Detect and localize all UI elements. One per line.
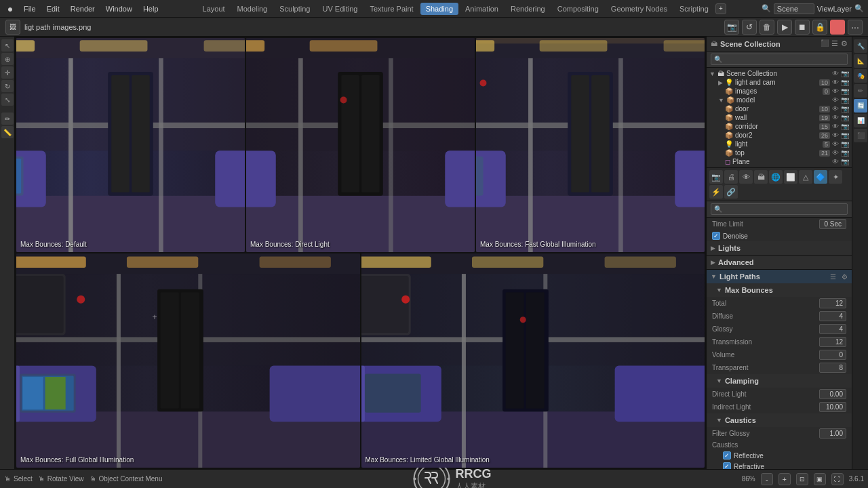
menu-render[interactable]: Render bbox=[66, 3, 100, 14]
color-btn[interactable] bbox=[830, 20, 845, 35]
clamping-header[interactable]: ▼ Clamping bbox=[707, 374, 852, 388]
fullscreen-btn[interactable]: ⛶ bbox=[831, 473, 844, 485]
tree-item-light[interactable]: 💡 light 5 👁 📷 bbox=[707, 140, 852, 148]
sort-icon[interactable]: ☰ bbox=[831, 39, 838, 48]
zoom-out-btn[interactable]: - bbox=[761, 473, 773, 485]
glossy-value[interactable]: 4 bbox=[819, 324, 846, 334]
tab-animation[interactable]: Animation bbox=[460, 3, 504, 15]
tab-compositing[interactable]: Compositing bbox=[552, 3, 604, 15]
tree-item-plane[interactable]: ◻ Plane 👁 📷 bbox=[707, 157, 852, 166]
scene-selector[interactable] bbox=[774, 3, 814, 14]
rotate-tool-btn[interactable]: ↻ bbox=[1, 80, 14, 92]
prop-material-icon[interactable]: 🔷 bbox=[814, 170, 827, 184]
tree-item-wall[interactable]: 📦 wall 19 👁 📷 bbox=[707, 113, 852, 122]
door2-render[interactable]: 📷 bbox=[841, 131, 849, 139]
light-paths-list-icon[interactable]: ☰ bbox=[830, 273, 836, 281]
filter-glossy-value[interactable]: 1.00 bbox=[819, 428, 846, 439]
camera-icon-btn[interactable]: 📷 bbox=[724, 20, 739, 35]
filter-icon[interactable]: ⬛ bbox=[821, 39, 829, 48]
tab-texture-paint[interactable]: Texture Paint bbox=[364, 3, 418, 15]
cursor-tool-btn[interactable]: ⊕ bbox=[1, 53, 14, 65]
tab-shading[interactable]: Shading bbox=[420, 3, 458, 15]
top-eye[interactable]: 👁 bbox=[832, 149, 839, 157]
time-limit-value[interactable]: 0 Sec bbox=[819, 219, 846, 229]
select-tool-btn[interactable]: ↖ bbox=[1, 39, 14, 52]
door-eye[interactable]: 👁 bbox=[832, 105, 839, 113]
tree-item-door[interactable]: 📦 door 10 👁 📷 bbox=[707, 104, 852, 113]
delete-btn[interactable]: 🗑 bbox=[760, 20, 774, 35]
play-btn[interactable]: ▶ bbox=[777, 20, 792, 35]
tree-item-model[interactable]: ▼ 📦 model 👁 📷 bbox=[707, 96, 852, 104]
stop-btn[interactable]: ⏹ bbox=[795, 20, 810, 35]
tool-tab-5[interactable]: 🔄 bbox=[854, 99, 867, 113]
prop-mesh-icon[interactable]: △ bbox=[799, 170, 812, 184]
door2-eye[interactable]: 👁 bbox=[832, 131, 839, 139]
outliner-search-input[interactable] bbox=[711, 54, 848, 65]
top-render[interactable]: 📷 bbox=[841, 149, 849, 157]
images-render[interactable]: 📷 bbox=[841, 87, 849, 95]
plane-eye[interactable]: 👁 bbox=[832, 158, 839, 165]
tree-item-top[interactable]: 📦 top 21 👁 📷 bbox=[707, 148, 852, 157]
advanced-section-header[interactable]: ▶ Advanced bbox=[707, 256, 852, 269]
denoise-checkbox[interactable]: ✓ bbox=[712, 232, 720, 240]
move-tool-btn[interactable]: ✛ bbox=[1, 66, 14, 79]
tool-tab-4[interactable]: ✏ bbox=[854, 84, 867, 98]
prop-object-icon[interactable]: ⬜ bbox=[784, 170, 797, 184]
volume-value[interactable]: 0 bbox=[819, 350, 846, 360]
tool-tab-7[interactable]: ⬛ bbox=[854, 129, 867, 142]
corridor-eye[interactable]: 👁 bbox=[832, 123, 839, 130]
light-render[interactable]: 📷 bbox=[841, 140, 849, 148]
tab-scripting[interactable]: Scripting bbox=[674, 3, 714, 15]
prop-output-icon[interactable]: 🖨 bbox=[724, 170, 738, 184]
more-btn[interactable]: ··· bbox=[848, 20, 863, 35]
scene-collection-render[interactable]: 📷 bbox=[841, 70, 849, 77]
tree-item-light-cam[interactable]: ▶ 💡 light and cam 10 👁 📷 bbox=[707, 78, 852, 87]
aspect-btn[interactable]: ▣ bbox=[814, 473, 826, 485]
lights-section-header[interactable]: ▶ Lights bbox=[707, 241, 852, 255]
diffuse-value[interactable]: 4 bbox=[819, 311, 846, 321]
plane-render[interactable]: 📷 bbox=[841, 158, 849, 165]
transmission-value[interactable]: 12 bbox=[819, 337, 846, 347]
menu-help[interactable]: Help bbox=[138, 3, 163, 14]
prop-scene-icon[interactable]: 🏔 bbox=[754, 170, 768, 184]
tab-sculpting[interactable]: Sculpting bbox=[274, 3, 315, 15]
prop-physics-icon[interactable]: ⚡ bbox=[709, 185, 723, 199]
scene-collection-eye[interactable]: 👁 bbox=[832, 70, 839, 77]
model-eye[interactable]: 👁 bbox=[832, 96, 839, 104]
tree-item-scene-collection[interactable]: ▼ 🏔 Scene Collection 👁 📷 bbox=[707, 69, 852, 78]
direct-light-value[interactable]: 0.00 bbox=[819, 389, 846, 399]
lock-btn[interactable]: 🔒 bbox=[812, 20, 827, 35]
light-paths-settings-icon[interactable]: ⚙ bbox=[842, 273, 848, 281]
menu-window[interactable]: Window bbox=[101, 3, 137, 14]
tab-layout[interactable]: Layout bbox=[197, 3, 231, 15]
tool-tab-2[interactable]: 📐 bbox=[854, 54, 867, 68]
reflective-checkbox[interactable]: ✓ bbox=[723, 451, 731, 460]
images-eye[interactable]: 👁 bbox=[832, 87, 839, 95]
tab-uv-editing[interactable]: UV Editing bbox=[317, 3, 363, 15]
prop-render-icon[interactable]: 📷 bbox=[709, 170, 723, 184]
tree-item-door2[interactable]: 📦 door2 26 👁 📷 bbox=[707, 131, 852, 140]
tab-geometry-nodes[interactable]: Geometry Nodes bbox=[606, 3, 673, 15]
annotate-tool-btn[interactable]: ✏ bbox=[1, 113, 14, 125]
prop-world-icon[interactable]: 🌐 bbox=[769, 170, 783, 184]
editor-type-button[interactable]: 🖼 bbox=[5, 20, 20, 35]
tool-tab-3[interactable]: 🎭 bbox=[854, 69, 867, 83]
add-workspace-button[interactable]: + bbox=[715, 3, 726, 14]
light-eye[interactable]: 👁 bbox=[832, 140, 839, 148]
model-render[interactable]: 📷 bbox=[841, 96, 849, 104]
properties-search-input[interactable] bbox=[711, 203, 848, 215]
tree-item-images[interactable]: 📦 images 0 👁 📷 bbox=[707, 87, 852, 96]
denoise-row[interactable]: ✓ Denoise bbox=[707, 230, 852, 241]
max-bounces-header[interactable]: ▼ Max Bounces bbox=[707, 283, 852, 297]
prop-constraints-icon[interactable]: 🔗 bbox=[724, 185, 738, 199]
tree-item-corridor[interactable]: 📦 corridor 15 👁 📷 bbox=[707, 122, 852, 131]
light-cam-render[interactable]: 📷 bbox=[841, 79, 849, 86]
refresh-btn[interactable]: ↺ bbox=[742, 20, 757, 35]
caustics-header[interactable]: ▼ Caustics bbox=[707, 413, 852, 427]
corridor-render[interactable]: 📷 bbox=[841, 123, 849, 130]
transparent-value[interactable]: 8 bbox=[819, 363, 846, 373]
scale-tool-btn[interactable]: ⤡ bbox=[1, 94, 14, 106]
prop-particles-icon[interactable]: ✦ bbox=[829, 170, 842, 184]
door-render[interactable]: 📷 bbox=[841, 105, 849, 113]
reflective-row[interactable]: ✓ Reflective bbox=[707, 450, 852, 461]
